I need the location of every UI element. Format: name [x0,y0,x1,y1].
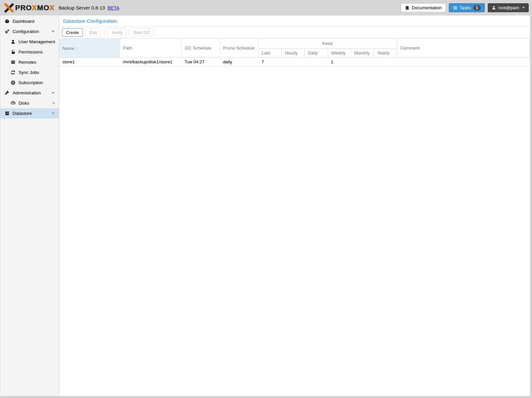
page-title: Datastore Configuration [63,18,117,24]
task-list-icon [453,6,457,10]
sidebar-item-configuration[interactable]: Configuration [0,26,59,37]
proxmox-logo: PROXMOX [4,3,55,13]
column-header-path[interactable]: Path [120,39,181,58]
create-button[interactable]: Create [62,28,83,37]
sidebar-item-label: Disks [18,101,29,106]
datastore-table: Name↑ Path GC Schedule Prune Schedule Ke… [59,38,530,66]
sidebar-item-user-management[interactable]: User Management [0,37,59,47]
column-header-keep-hourly[interactable]: Hourly [281,49,304,58]
cell-comment [397,58,530,66]
cell-name: store1 [59,58,120,66]
sidebar-item-label: Permissions [18,50,43,54]
sidebar-item-label: User Management [18,39,55,44]
sidebar-item-datastore[interactable]: Datastore [0,108,59,118]
chevron-right-icon[interactable] [53,101,55,105]
chevron-down-icon[interactable] [52,113,55,115]
column-header-keep-last[interactable]: Last [258,49,281,58]
server-list-icon [11,60,16,65]
sidebar-item-label: Dashboard [13,19,34,24]
cell-keep-yearly [374,58,397,66]
tasks-button-label: Tasks [460,5,471,10]
sidebar-item-permissions[interactable]: Permissions [0,47,59,57]
sidebar-item-label: Administration [13,90,41,95]
cell-path: /mnt/backup/disk1/store1 [120,58,181,66]
sidebar-item-remotes[interactable]: Remotes [0,57,59,67]
column-header-name[interactable]: Name↑ [59,39,120,58]
chevron-down-icon [522,7,525,9]
life-ring-icon [11,80,16,85]
hard-disk-icon [11,101,16,106]
wrench-icon [5,90,10,95]
user-menu-button[interactable]: root@pam [488,3,529,12]
sidebar-item-label: Sync Jobs [18,70,39,75]
chevron-down-icon[interactable] [52,31,55,33]
verify-button[interactable]: Verify [108,28,126,37]
proxmox-x-logo-icon [4,3,14,13]
user-icon [11,39,16,44]
sync-refresh-icon [11,70,16,75]
unlock-icon [11,50,16,54]
main-panel: Datastore Configuration Create Edit Veri… [59,16,530,396]
sidebar-item-sync-jobs[interactable]: Sync Jobs [0,67,59,78]
archive-box-icon [5,111,10,116]
book-icon [405,6,409,10]
column-header-keep-yearly[interactable]: Yearly [374,49,397,58]
edit-button[interactable]: Edit [86,28,101,37]
sidebar-item-disks[interactable]: Disks [0,98,59,108]
user-menu-label: root@pam [498,5,519,10]
sort-ascending-icon: ↑ [76,46,79,51]
beta-link[interactable]: BETA [108,5,120,11]
user-icon [492,6,496,10]
chevron-down-icon[interactable] [52,92,55,94]
sidebar-item-subscription[interactable]: Subscription [0,78,59,88]
column-header-keep-monthly[interactable]: Monthly [351,49,374,58]
documentation-button-label: Documentation [412,5,442,10]
cell-prune-schedule: daily [220,58,258,66]
tasks-count-badge: 1 [473,5,481,11]
product-title: Backup Server 0.8-13 [59,5,105,11]
sidebar-item-label: Remotes [18,60,36,65]
table-row-store1[interactable]: store1 /mnt/backup/disk1/store1 Tue 04:2… [59,58,530,66]
dashboard-icon [5,19,10,24]
cell-keep-last: 7 [258,58,281,66]
column-header-prune-schedule[interactable]: Prune Schedule [220,39,258,58]
column-header-comment[interactable]: Comment [397,39,530,58]
documentation-button[interactable]: Documentation [401,3,446,12]
toolbar-separator [104,30,104,35]
toolbar: Create Edit Verify Start GC [59,27,530,38]
column-header-keep-daily[interactable]: Daily [304,49,328,58]
sidebar-nav: Dashboard Configuration [0,16,59,396]
sidebar-item-label: Datastore [13,111,32,116]
sidebar-item-dashboard[interactable]: Dashboard [0,16,59,26]
title-bar: Datastore Configuration [59,16,530,27]
cell-keep-hourly [281,58,304,66]
sidebar-item-label: Configuration [13,29,39,34]
column-header-keep-weekly[interactable]: Weekly [328,49,351,58]
sidebar-item-label: Subscription [18,80,43,85]
top-header-bar: PROXMOX Backup Server 0.8-13 BETA Docume… [0,0,532,16]
cell-keep-daily [304,58,328,66]
cell-keep-monthly [351,58,374,66]
cell-keep-weekly: 1 [328,58,351,66]
column-header-gc-schedule[interactable]: GC Schedule [181,39,220,58]
tasks-button[interactable]: Tasks 1 [449,3,485,12]
proxmox-logo-text: PROXMOX [15,4,55,12]
sidebar-item-administration[interactable]: Administration [0,88,59,98]
topbar-actions: Documentation Tasks 1 root@pam [401,3,529,12]
gears-icon [5,29,10,34]
column-group-keep: Keep [258,39,397,49]
app-window: PROXMOX Backup Server 0.8-13 BETA Docume… [0,0,532,398]
start-gc-button[interactable]: Start GC [129,28,154,37]
cell-gc-schedule: Tue 04:27 [181,58,220,66]
